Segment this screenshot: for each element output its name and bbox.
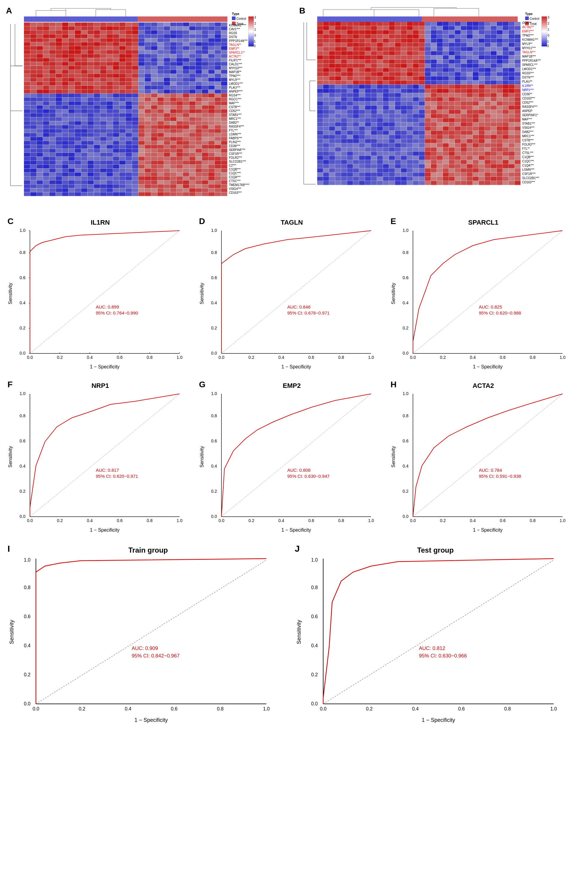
- heatmap-cell: [94, 129, 100, 133]
- heatmap-cell: [425, 168, 431, 172]
- svg-text:TPM2***: TPM2***: [522, 34, 534, 37]
- heatmap-cell: [88, 74, 94, 78]
- heatmap-cell: [75, 109, 81, 113]
- svg-text:0.0: 0.0: [24, 701, 30, 706]
- heatmap-cell: [401, 114, 407, 118]
- heatmap-cell: [365, 131, 371, 134]
- heatmap-cell: [353, 143, 359, 147]
- heatmap-cell: [383, 102, 389, 105]
- heatmap-cell: [443, 89, 449, 93]
- heatmap-cell: [479, 68, 485, 72]
- ylabel-c: Sensitivity: [8, 283, 13, 304]
- heatmap-cell: [323, 64, 329, 68]
- heatmap-cell: [461, 26, 467, 30]
- heatmap-cell: [81, 113, 87, 117]
- heatmap-cell: [401, 77, 407, 80]
- heatmap-cell: [473, 51, 479, 55]
- heatmap-cell: [389, 177, 395, 181]
- svg-text:0.8: 0.8: [504, 706, 511, 712]
- heatmap-cell: [431, 43, 437, 47]
- heatmap-cell: [323, 181, 329, 185]
- heatmap-cell: [467, 114, 473, 118]
- heatmap-cell: [43, 74, 50, 78]
- heatmap-cell: [365, 147, 371, 151]
- heatmap-cell: [69, 23, 75, 26]
- svg-text:0.6: 0.6: [308, 355, 314, 360]
- heatmap-cell: [329, 93, 335, 97]
- heatmap-cell: [383, 164, 389, 168]
- heatmap-cell: [37, 184, 43, 188]
- heatmap-cell: [377, 131, 383, 134]
- heatmap-cell: [395, 81, 401, 84]
- heatmap-cell: [138, 102, 145, 105]
- heatmap-cell: [177, 165, 183, 168]
- heatmap-cell: [497, 143, 503, 147]
- heatmap-cell: [371, 47, 377, 51]
- heatmap-cell: [425, 114, 431, 118]
- heatmap-cell: [437, 89, 443, 93]
- roc-panel-d: D TAGLN 0.0 0.2 0.4 0.6 0.8 1.0 0.0 0.2 …: [198, 216, 386, 375]
- heatmap-cell: [106, 54, 113, 58]
- heatmap-cell: [100, 42, 106, 46]
- heatmap-cell: [113, 70, 119, 74]
- heatmap-cell: [138, 78, 145, 82]
- heatmap-cell: [62, 188, 69, 192]
- svg-text:ANPEP***: ANPEP***: [229, 90, 243, 93]
- heatmap-cell: [69, 82, 75, 86]
- heatmap-cell: [24, 156, 30, 161]
- heatmap-cell: [177, 97, 183, 101]
- svg-text:CD52***: CD52***: [522, 101, 533, 104]
- heatmap-cell: [425, 105, 431, 109]
- heatmap-cell: [119, 58, 126, 62]
- heatmap-cell: [202, 97, 208, 101]
- heatmap-cell: [509, 81, 514, 84]
- heatmap-cell: [170, 145, 177, 149]
- heatmap-cell: [94, 137, 100, 141]
- heatmap-cell: [419, 126, 425, 130]
- svg-text:0.0: 0.0: [20, 514, 26, 519]
- heatmap-cell: [88, 184, 94, 188]
- heatmap-cell: [401, 131, 407, 134]
- heatmap-cell: [30, 90, 36, 93]
- heatmap-cell: [323, 47, 329, 51]
- heatmap-cell: [365, 102, 371, 105]
- heatmap-cell: [183, 153, 189, 156]
- heatmap-cell: [419, 51, 425, 55]
- heatmap-cell: [196, 30, 202, 34]
- heatmap-cell: [407, 152, 413, 155]
- heatmap-cell: [377, 85, 383, 89]
- heatmap-cell: [202, 50, 208, 54]
- heatmap-cell: [106, 180, 113, 184]
- heatmap-cell: [335, 68, 341, 72]
- heatmap-cell: [419, 47, 425, 51]
- heatmap-cell: [50, 42, 56, 46]
- heatmap-cell: [323, 51, 329, 55]
- heatmap-cell: [94, 165, 100, 168]
- heatmap-cell: [365, 51, 371, 55]
- heatmap-cell: [183, 23, 189, 26]
- heatmap-cell: [189, 137, 196, 141]
- heatmap-cell: [341, 60, 347, 63]
- heatmap-cell: [37, 192, 43, 196]
- heatmap-cell: [371, 85, 377, 89]
- heatmap-cell: [158, 62, 164, 66]
- heatmap-cell: [461, 118, 467, 122]
- svg-text:0.4: 0.4: [403, 301, 409, 305]
- heatmap-cell: [158, 113, 164, 117]
- heatmap-cell: [208, 82, 214, 86]
- heatmap-cell: [81, 165, 87, 168]
- heatmap-cell: [431, 85, 437, 89]
- heatmap-cell: [164, 102, 170, 105]
- heatmap-cell: [56, 78, 62, 82]
- heatmap-cell: [81, 153, 87, 156]
- heatmap-cell: [491, 22, 497, 26]
- heatmap-cell: [208, 50, 214, 54]
- heatmap-cell: [183, 35, 189, 38]
- heatmap-cell: [359, 81, 365, 84]
- heatmap-cell: [106, 168, 113, 173]
- heatmap-cell: [158, 145, 164, 149]
- heatmap-cell: [497, 81, 503, 84]
- heatmap-cell: [359, 110, 365, 114]
- heatmap-cell: [371, 131, 377, 134]
- heatmap-cell: [50, 97, 56, 101]
